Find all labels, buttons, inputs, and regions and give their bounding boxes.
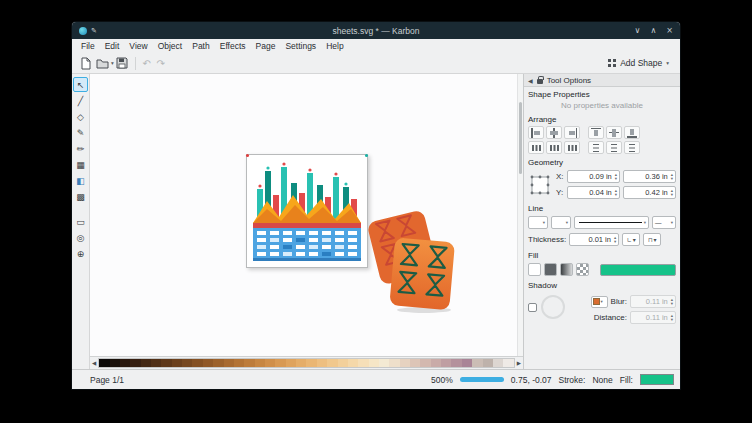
marker-start-dropdown[interactable]: ▾: [528, 216, 548, 229]
align-top-button[interactable]: [588, 126, 604, 139]
selection-handle[interactable]: [246, 154, 249, 157]
thickness-spinbox[interactable]: 0.01 in▴▾: [569, 233, 619, 246]
palette-swatch[interactable]: [275, 359, 285, 367]
menu-edit[interactable]: Edit: [100, 41, 125, 51]
canvas-vertical-scrollbar[interactable]: [517, 74, 523, 356]
add-shape-button[interactable]: Add Shape ▾: [602, 56, 675, 70]
palette-swatch[interactable]: [255, 359, 265, 367]
palette-swatch[interactable]: [296, 359, 306, 367]
docker-header[interactable]: ◀ Tool Options: [524, 74, 680, 87]
palette-swatch[interactable]: [244, 359, 254, 367]
palette-swatch[interactable]: [358, 359, 368, 367]
palette-swatch[interactable]: [234, 359, 244, 367]
palette-swatch[interactable]: [213, 359, 223, 367]
selection-handle[interactable]: [365, 154, 368, 157]
tool-pan-button[interactable]: ⊕: [73, 246, 88, 261]
close-button[interactable]: ×: [666, 26, 673, 35]
palette-swatch[interactable]: [151, 359, 161, 367]
maximize-button[interactable]: ∧: [650, 26, 656, 35]
palette-swatch[interactable]: [441, 359, 451, 367]
palette-swatch[interactable]: [389, 359, 399, 367]
palette-swatch[interactable]: [286, 359, 296, 367]
docker-collapse-icon[interactable]: ◀: [528, 77, 533, 84]
fill-color-bar[interactable]: [600, 264, 676, 276]
palette-swatch[interactable]: [120, 359, 130, 367]
palette-swatch[interactable]: [410, 359, 420, 367]
save-button[interactable]: [114, 55, 131, 72]
distribute-h-center-button[interactable]: [546, 141, 562, 154]
minimize-button[interactable]: ∨: [635, 26, 641, 35]
anchor-point-selector[interactable]: [528, 173, 552, 197]
canvas[interactable]: [90, 74, 523, 356]
palette-scroll-left-icon[interactable]: ◀: [92, 360, 96, 366]
palette-swatch[interactable]: [327, 359, 337, 367]
tool-pattern-button[interactable]: ▩: [73, 189, 88, 204]
palette-swatch[interactable]: [451, 359, 461, 367]
palette-swatch[interactable]: [483, 359, 493, 367]
menu-object[interactable]: Object: [153, 41, 188, 51]
tool-gradient-button[interactable]: ◧: [73, 173, 88, 188]
lock-icon[interactable]: [537, 79, 543, 84]
palette-swatch[interactable]: [348, 359, 358, 367]
menu-page[interactable]: Page: [251, 41, 281, 51]
palette-swatch[interactable]: [192, 359, 202, 367]
palette-swatch[interactable]: [317, 359, 327, 367]
palette-swatch[interactable]: [493, 359, 503, 367]
align-vcenter-button[interactable]: [606, 126, 622, 139]
height-spinbox[interactable]: 0.42 in▴▾: [623, 186, 676, 199]
cap-style-button[interactable]: ⊓▾: [643, 233, 661, 246]
line-style-dropdown[interactable]: ▾: [574, 216, 649, 229]
palette-swatch[interactable]: [503, 359, 513, 367]
redo-button[interactable]: ↷: [154, 58, 168, 69]
palette-swatch[interactable]: [224, 359, 234, 367]
shadow-color-button[interactable]: ▾: [591, 296, 608, 308]
distribute-v-center-button[interactable]: [606, 141, 622, 154]
marker-end-dropdown[interactable]: ▾: [551, 216, 571, 229]
artboard[interactable]: [246, 154, 368, 268]
fill-pattern-button[interactable]: [576, 263, 589, 276]
palette-swatch[interactable]: [462, 359, 472, 367]
tool-pencil-button[interactable]: ✏: [73, 141, 88, 156]
scrollbar-thumb[interactable]: [519, 102, 522, 174]
distribute-v-gaps-button[interactable]: [624, 141, 640, 154]
menu-help[interactable]: Help: [321, 41, 348, 51]
tool-shape-button[interactable]: ▭: [73, 214, 88, 229]
distribute-h-left-button[interactable]: [528, 141, 544, 154]
menu-settings[interactable]: Settings: [280, 41, 321, 51]
palette-swatch[interactable]: [431, 359, 441, 367]
fill-gradient-button[interactable]: [560, 263, 573, 276]
palette-swatch[interactable]: [203, 359, 213, 367]
distribute-v-top-button[interactable]: [588, 141, 604, 154]
zoom-slider[interactable]: [460, 377, 504, 382]
tool-grid-button[interactable]: ▦: [73, 157, 88, 172]
open-document-button[interactable]: [94, 55, 111, 72]
line-width-preset-dropdown[interactable]: —▾: [652, 216, 676, 229]
menu-file[interactable]: File: [76, 41, 100, 51]
palette-swatch[interactable]: [306, 359, 316, 367]
clipboard-clipart[interactable]: [362, 206, 460, 314]
undo-button[interactable]: ↶: [140, 58, 154, 69]
palette-swatch[interactable]: [265, 359, 275, 367]
tool-node-edit-button[interactable]: ◇: [73, 109, 88, 124]
palette-swatch[interactable]: [130, 359, 140, 367]
y-position-spinbox[interactable]: 0.04 in▴▾: [567, 186, 620, 199]
x-position-spinbox[interactable]: 0.09 in▴▾: [567, 170, 620, 183]
palette-swatch[interactable]: [110, 359, 120, 367]
menu-path[interactable]: Path: [187, 41, 215, 51]
align-right-button[interactable]: [564, 126, 580, 139]
palette-swatch[interactable]: [172, 359, 182, 367]
new-document-button[interactable]: [77, 55, 94, 72]
palette-swatch[interactable]: [472, 359, 482, 367]
palette-swatch[interactable]: [141, 359, 151, 367]
join-style-button[interactable]: ∟▾: [622, 233, 640, 246]
tool-select-button[interactable]: ↖: [73, 77, 88, 92]
palette-swatch[interactable]: [369, 359, 379, 367]
fill-color-swatch[interactable]: [640, 374, 674, 385]
tool-calligraphy-button[interactable]: ✎: [73, 125, 88, 140]
fill-none-button[interactable]: [528, 263, 541, 276]
distribute-h-gaps-button[interactable]: [564, 141, 580, 154]
align-bottom-button[interactable]: [624, 126, 640, 139]
palette-swatch[interactable]: [379, 359, 389, 367]
align-left-button[interactable]: [528, 126, 544, 139]
fill-solid-button[interactable]: [544, 263, 557, 276]
